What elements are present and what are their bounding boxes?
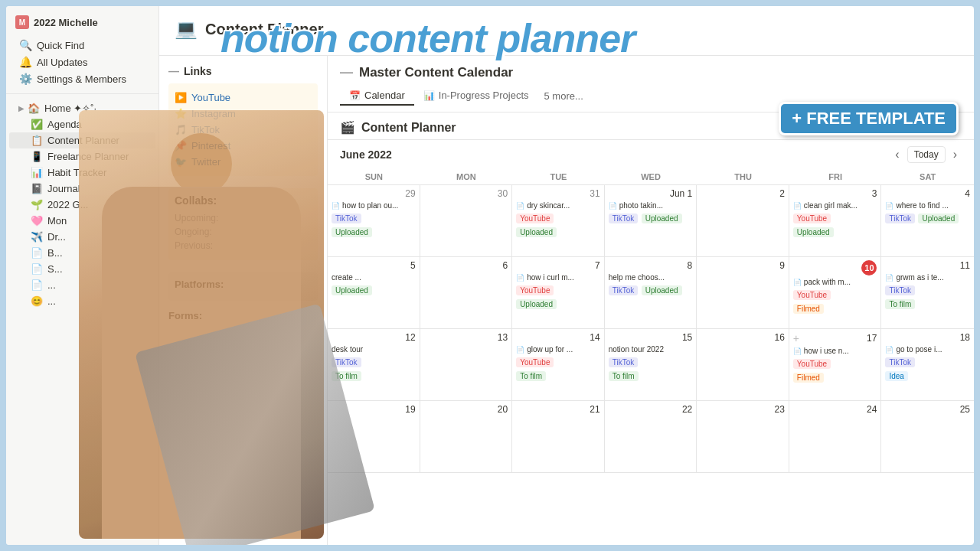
- master-title-text: Master Content Calendar: [359, 65, 513, 80]
- event-title-photo-takin: 📄photo takin...: [609, 201, 693, 210]
- cell-9[interactable]: 9: [697, 257, 789, 328]
- instagram-icon: ⭐: [175, 108, 187, 119]
- home-label: Home ✦✧˚·: [44, 103, 96, 114]
- cell-19[interactable]: 19: [328, 401, 420, 472]
- event-title-grwm: 📄grwm as i te...: [885, 273, 970, 282]
- sidebar-item-updates[interactable]: 🔔 All Updates: [9, 54, 155, 70]
- sidebar-item-home[interactable]: ▶ 🏠 Home ✦✧˚·: [9, 100, 155, 116]
- tag-tiktok-3: TikTok: [885, 214, 915, 223]
- sidebar-item-content-planner[interactable]: 📋 Content Planner: [9, 132, 155, 148]
- updates-label: All Updates: [37, 57, 87, 68]
- calendar-days-header: Sun Mon Tue Wed Thu Fri Sat: [328, 169, 974, 185]
- cell-22[interactable]: 22: [605, 401, 697, 472]
- day-wed: Wed: [605, 169, 697, 184]
- b-label: B...: [47, 247, 63, 259]
- today-button[interactable]: Today: [907, 146, 946, 163]
- cell-29[interactable]: 29 📄how to plan ou... TikTok Uploaded: [328, 185, 420, 256]
- sidebar-item-freelance[interactable]: 📱 Freelance Planner: [9, 148, 155, 165]
- link-pinterest[interactable]: 📌 Pinterest: [175, 138, 312, 154]
- link-instagram[interactable]: ⭐ Instagram: [175, 106, 312, 122]
- cell-7[interactable]: 7 📄how i curl m... YouTube Uploaded: [512, 257, 605, 328]
- link-twitter[interactable]: 🐦 Twitter: [175, 154, 312, 170]
- cell-jun1[interactable]: Jun 1 📄photo takin... TikTok Uploaded: [605, 185, 697, 256]
- tag-uploaded-4: Uploaded: [793, 227, 834, 237]
- sidebar-item-quickfind[interactable]: 🔍 Quick Find: [9, 37, 155, 54]
- tag-to-film-3: To film: [516, 371, 546, 381]
- cell-17[interactable]: + 17 📄how i use n... YouTube Filmed: [789, 329, 882, 400]
- tiktok-icon: 🎵: [175, 124, 187, 135]
- sidebar-item-journal[interactable]: 📓 Journal: [9, 181, 155, 197]
- event-title-go-to-pose: 📄go to pose i...: [885, 345, 970, 354]
- event-title-desk-tour: desk tour: [332, 345, 416, 354]
- planner-header: 🎬 Content Planner: [328, 112, 974, 140]
- cell-3[interactable]: 3 📄clean girl mak... YouTube Uploaded: [789, 185, 882, 256]
- sidebar-item-agenda[interactable]: ✅ Agenda: [9, 116, 155, 132]
- expand-arrow: ▶: [18, 104, 24, 112]
- cell-18[interactable]: 18 📄go to pose i... TikTok Idea: [881, 329, 974, 400]
- date-24: 24: [793, 404, 877, 415]
- forms-section: Forms:: [168, 310, 318, 321]
- calendar-area: — Master Content Calendar 📅 Calendar 📊: [328, 56, 974, 545]
- cell-13[interactable]: 13: [420, 329, 513, 400]
- cell-23[interactable]: 23: [697, 401, 789, 472]
- cell-12[interactable]: 12 desk tour TikTok To film: [328, 329, 420, 400]
- cell-6[interactable]: 6: [420, 257, 513, 328]
- sidebar-item-settings[interactable]: ⚙️ Settings & Members: [9, 70, 155, 87]
- twitter-icon: 🐦: [175, 156, 187, 168]
- cell-15[interactable]: 15 notion tour 2022 TikTok To film: [605, 329, 697, 400]
- sidebar-item-2022g[interactable]: 🌱 2022 G...: [9, 197, 155, 213]
- date-31: 31: [516, 188, 600, 199]
- page-header: 💻 Content Planner: [159, 6, 974, 56]
- cell-21[interactable]: 21: [512, 401, 605, 472]
- sidebar-item-dr[interactable]: ✈️ Dr...: [9, 229, 155, 245]
- calendar-grid: Sun Mon Tue Wed Thu Fri Sat: [328, 169, 974, 545]
- cell-10[interactable]: 10 📄pack with m... YouTube Filmed: [789, 257, 882, 328]
- calendar-week-4: 19 20 21 22: [328, 401, 974, 473]
- tab-calendar[interactable]: 📅 Calendar: [340, 86, 414, 106]
- instagram-label: Instagram: [191, 108, 236, 119]
- cell-31[interactable]: 31 📄dry skincar... YouTube Uploaded: [512, 185, 605, 256]
- tab-in-progress[interactable]: 📊 In-Progress Projects: [414, 86, 538, 106]
- date-5: 5: [332, 260, 416, 271]
- link-youtube[interactable]: ▶️ YouTube: [175, 90, 312, 106]
- tag-youtube-1: YouTube: [516, 214, 554, 223]
- next-month-btn[interactable]: ›: [949, 146, 962, 163]
- content-planner-label: Content Planner: [47, 135, 119, 146]
- sidebar-item-mon[interactable]: 🩷 Mon: [9, 213, 155, 229]
- cell-4[interactable]: 4 📄where to find ... TikTok Uploaded: [881, 185, 974, 256]
- more-tabs-label: 5 more...: [544, 90, 583, 102]
- calendar-body: 29 📄how to plan ou... TikTok Uploaded 30: [328, 185, 974, 545]
- page-title-row: 💻 Content Planner: [175, 18, 959, 40]
- cell-11[interactable]: 11 📄grwm as i te... TikTok To film: [881, 257, 974, 328]
- link-tiktok[interactable]: 🎵 TikTok: [175, 122, 312, 138]
- cell-25[interactable]: 25: [881, 401, 974, 472]
- tag-to-film-1: To film: [885, 299, 915, 309]
- pinterest-label: Pinterest: [191, 140, 230, 152]
- cell-20[interactable]: 20: [420, 401, 513, 472]
- sidebar-item-s[interactable]: 📄 S...: [9, 261, 155, 277]
- cell-2[interactable]: 2: [697, 185, 789, 256]
- cell-8[interactable]: 8 help me choos... TikTok Uploaded: [605, 257, 697, 328]
- sidebar-user[interactable]: M 2022 Michelle: [6, 12, 158, 32]
- content-planner-icon: 📋: [31, 135, 43, 146]
- day-sat: Sat: [881, 169, 974, 184]
- date-19: 19: [332, 404, 416, 415]
- tag-youtube-4: YouTube: [793, 290, 831, 300]
- sidebar-item-b[interactable]: 📄 B...: [9, 245, 155, 261]
- plant-icon: 🌱: [31, 199, 43, 210]
- cell-5[interactable]: 5 create ... Uploaded: [328, 257, 420, 328]
- cell-30[interactable]: 30: [420, 185, 513, 256]
- tabs-row: 📅 Calendar 📊 In-Progress Projects 5 more…: [340, 86, 962, 106]
- day-fri: Fri: [789, 169, 882, 184]
- sidebar-item-habit[interactable]: 📊 Habit Tracker: [9, 165, 155, 181]
- event-title-glow-up: 📄glow up for ...: [516, 345, 600, 354]
- prev-month-btn[interactable]: ‹: [890, 146, 903, 163]
- more-tabs[interactable]: 5 more...: [538, 87, 590, 105]
- cell-14[interactable]: 14 📄glow up for ... YouTube To film: [512, 329, 605, 400]
- in-progress-tab-icon: 📊: [423, 90, 435, 101]
- sidebar-item-misc2[interactable]: 😊 ...: [9, 293, 155, 309]
- cell-24[interactable]: 24: [789, 401, 882, 472]
- add-event-btn-17[interactable]: +: [793, 332, 799, 344]
- cell-16[interactable]: 16: [697, 329, 789, 400]
- sidebar-item-misc1[interactable]: 📄 ...: [9, 277, 155, 293]
